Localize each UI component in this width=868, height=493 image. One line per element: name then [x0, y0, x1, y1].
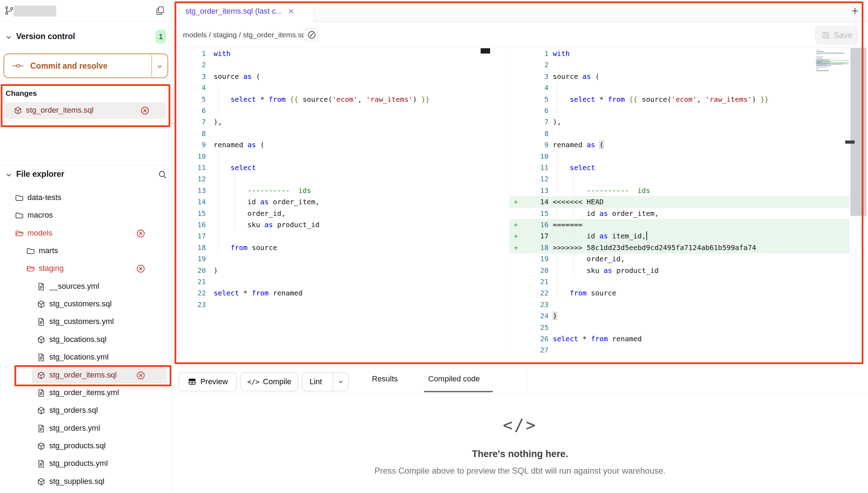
code-line-20[interactable]: 20 sku as product_id	[510, 265, 850, 276]
code-line-20[interactable]: 20)	[178, 265, 489, 276]
tab-results[interactable]: Results	[372, 368, 398, 389]
code-line-16[interactable]: +16=======	[510, 219, 850, 231]
code-line-22[interactable]: 22select * from renamed	[178, 287, 489, 299]
code-line-19[interactable]: 19	[178, 253, 489, 265]
line-number: 6	[519, 105, 549, 116]
discard-change-icon[interactable]	[136, 370, 146, 380]
compile-button[interactable]: </> Compile	[241, 372, 298, 391]
tab-stg-order-items[interactable]: stg_order_items.sql (last c...	[175, 0, 314, 23]
code-line-21[interactable]: 21	[178, 276, 489, 288]
minimap[interactable]	[816, 49, 849, 73]
code-line-11[interactable]: 11 select	[510, 162, 850, 174]
code-line-14[interactable]: +14<<<<<<< HEAD	[510, 196, 850, 208]
code-line-12[interactable]: 12	[510, 173, 850, 185]
lineage-icon	[307, 30, 317, 40]
dbt-ide-window: Version control 1 Commit and resolve Cha…	[0, 0, 868, 493]
lint-label[interactable]: Lint	[302, 373, 329, 391]
lineage-button[interactable]	[304, 27, 319, 43]
code-line-15[interactable]: 15 order_id,	[178, 208, 489, 219]
code-line-1[interactable]: 1with	[510, 48, 850, 60]
right-pane-scrollbar-thumb[interactable]	[850, 48, 866, 216]
code-line-8[interactable]: 8	[510, 128, 850, 139]
discard-change-icon[interactable]	[136, 229, 146, 238]
tree-item-stg_orders.yml[interactable]: stg_orders.yml	[0, 420, 172, 437]
tree-item-models[interactable]: models	[0, 225, 172, 242]
indent-guide	[557, 151, 557, 162]
tree-item-stg_locations.sql[interactable]: stg_locations.sql	[0, 331, 172, 349]
tab-compiled-code[interactable]: Compiled code	[428, 368, 480, 389]
diff-editor-right-pane[interactable]: 1with23source as (45 select * from {{ so…	[510, 48, 850, 363]
tree-item-stg_order_items.sql[interactable]: stg_order_items.sql	[0, 367, 172, 384]
tree-item-label: __sources.yml	[49, 282, 99, 291]
token: order_id,	[214, 209, 286, 218]
code-line-2[interactable]: 2	[178, 59, 489, 71]
tree-item-stg_products.sql[interactable]: stg_products.sql	[0, 437, 172, 455]
code-line-21[interactable]: 21	[510, 276, 850, 288]
tree-item-staging[interactable]: staging	[0, 260, 172, 277]
code-line-4[interactable]: 4	[510, 82, 850, 94]
code-line-4[interactable]: 4	[178, 82, 489, 94]
code-line-24[interactable]: 24)	[510, 310, 850, 322]
code-line-26[interactable]: 26select * from renamed	[510, 333, 850, 345]
tree-item-stg_products.yml[interactable]: stg_products.yml	[0, 455, 172, 473]
token: *	[256, 95, 268, 104]
tree-item-stg_orders.sql[interactable]: stg_orders.sql	[0, 402, 172, 419]
code-line-18[interactable]: 18 from source	[178, 242, 489, 254]
indent-guide	[218, 173, 218, 185]
code-line-6[interactable]: 6	[178, 105, 489, 117]
token: product_id	[273, 220, 319, 229]
code-line-8[interactable]: 8	[178, 128, 489, 139]
tree-item-stg_supplies.sql[interactable]: stg_supplies.sql	[0, 473, 172, 491]
code-line-5[interactable]: 5 select * from {{ source('ecom', 'raw_i…	[178, 94, 489, 105]
tree-item-marts[interactable]: marts	[0, 242, 172, 260]
code-text: select * from renamed	[553, 333, 642, 345]
tree-item-data-tests[interactable]: data-tests	[0, 189, 172, 207]
code-line-2[interactable]: 2	[510, 59, 850, 71]
code-line-15[interactable]: 15 id as order_item,	[510, 208, 850, 219]
code-line-23[interactable]: 23	[178, 299, 489, 311]
code-line-13[interactable]: 13 ---------- ids	[178, 185, 489, 196]
code-line-17[interactable]: +17 id as item_id,	[510, 230, 850, 242]
tree-item-stg_locations.yml[interactable]: stg_locations.yml	[0, 349, 172, 366]
code-line-5[interactable]: 5 select * from {{ source('ecom', 'raw_i…	[510, 94, 850, 105]
tree-item-stg_order_items.yml[interactable]: stg_order_items.yml	[0, 384, 172, 402]
code-line-13[interactable]: 13 ---------- ids	[510, 185, 850, 196]
tab-close-icon[interactable]	[287, 7, 295, 15]
preview-button[interactable]: Preview	[179, 372, 237, 391]
code-line-18[interactable]: +18>>>>>>> 58c1dd23d5eebd9cd2495fa7124ab…	[510, 242, 850, 254]
indent-guide	[557, 230, 557, 242]
new-tab-button[interactable]	[847, 3, 863, 19]
tree-item-stg_customers.yml[interactable]: stg_customers.yml	[0, 313, 172, 331]
tree-item-macros[interactable]: macros	[0, 207, 172, 224]
code-line-7[interactable]: 7),	[178, 116, 489, 128]
code-line-14[interactable]: 14 id as order_item,	[178, 196, 489, 208]
save-button[interactable]: Save	[815, 26, 859, 45]
left-pane-scrollbar-thumb[interactable]	[481, 48, 490, 54]
lint-dropdown-chevron-icon[interactable]	[333, 373, 348, 391]
code-line-1[interactable]: 1with	[178, 48, 489, 60]
lint-button[interactable]: Lint	[302, 372, 349, 391]
code-line-7[interactable]: 7),	[510, 116, 850, 128]
diff-editor[interactable]: 1with23source as (45 select * from {{ so…	[172, 47, 868, 364]
tree-item-__sources.yml[interactable]: __sources.yml	[0, 278, 172, 295]
code-line-27[interactable]: 27	[510, 344, 850, 356]
code-line-16[interactable]: 16 sku as product_id	[178, 219, 489, 231]
code-line-3[interactable]: 3source as (	[510, 71, 850, 82]
code-line-12[interactable]: 12	[178, 173, 489, 185]
code-line-17[interactable]: 17	[178, 230, 489, 242]
code-line-3[interactable]: 3source as (	[178, 71, 489, 82]
code-line-19[interactable]: 19 order_id,	[510, 253, 850, 265]
diff-editor-left-pane[interactable]: 1with23source as (45 select * from {{ so…	[178, 48, 489, 363]
code-line-10[interactable]: 10	[510, 151, 850, 162]
code-line-11[interactable]: 11 select	[178, 162, 489, 174]
code-line-22[interactable]: 22 from source	[510, 287, 850, 299]
code-line-10[interactable]: 10	[178, 151, 489, 162]
code-line-23[interactable]: 23	[510, 299, 850, 311]
code-line-25[interactable]: 25	[510, 322, 850, 333]
discard-change-icon[interactable]	[136, 264, 146, 274]
token	[553, 289, 570, 297]
code-line-6[interactable]: 6	[510, 105, 850, 117]
tree-item-stg_customers.sql[interactable]: stg_customers.sql	[0, 295, 172, 313]
code-line-9[interactable]: 9renamed as (	[178, 139, 489, 151]
code-line-9[interactable]: 9renamed as (	[510, 139, 850, 151]
